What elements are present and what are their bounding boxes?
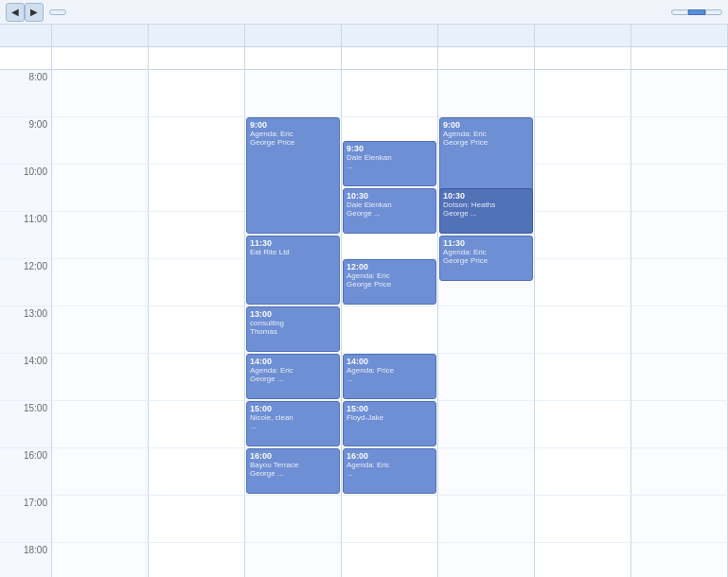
month-view-button[interactable]	[671, 9, 688, 15]
event-8[interactable]: 13:00consultingThomas	[246, 306, 340, 352]
event-2[interactable]: 10:30Dale ElenkanGeorge ...	[343, 188, 436, 234]
time-cell-day1-hour0[interactable]	[149, 70, 245, 117]
event-1[interactable]: 9:30Dale Elenkan...	[343, 141, 436, 186]
time-cell-day0-hour2[interactable]	[52, 165, 149, 212]
allday-row	[0, 47, 728, 70]
time-cell-day3-hour10[interactable]	[342, 543, 438, 577]
time-cell-day5-hour6[interactable]	[535, 354, 631, 401]
day-view-button[interactable]	[705, 9, 722, 15]
calendar-body: 8:009:0010:0011:0012:0013:0014:0015:0016…	[0, 25, 728, 577]
time-cell-day5-hour3[interactable]	[535, 212, 631, 259]
time-cell-day4-hour6[interactable]	[438, 354, 535, 401]
event-10[interactable]: 14:00Agenda: Price...	[343, 354, 436, 399]
time-cell-day6-hour9[interactable]	[631, 496, 728, 543]
time-label-8: 16:00	[0, 448, 52, 496]
event-6[interactable]: 11:30Agenda: EricGeorge Price	[439, 236, 533, 281]
allday-cell-1	[149, 47, 245, 69]
time-cell-day0-hour3[interactable]	[52, 212, 149, 259]
allday-cell-3	[342, 47, 438, 69]
time-cell-day3-hour5[interactable]	[342, 306, 438, 354]
time-cell-day5-hour5[interactable]	[535, 306, 631, 354]
time-label-3: 11:00	[0, 212, 52, 259]
week-view-button[interactable]	[688, 9, 705, 15]
time-cell-day6-hour5[interactable]	[631, 306, 728, 354]
time-cell-day5-hour9[interactable]	[535, 496, 631, 543]
time-cell-day5-hour8[interactable]	[535, 448, 631, 496]
time-cell-day5-hour1[interactable]	[535, 117, 631, 165]
allday-cell-2	[245, 47, 342, 69]
today-button[interactable]	[49, 9, 66, 15]
time-cell-day6-hour2[interactable]	[631, 165, 728, 212]
time-cell-day0-hour9[interactable]	[52, 496, 149, 543]
event-7[interactable]: 12:00Agenda: EricGeorge Price	[343, 259, 436, 305]
day-header-1	[149, 25, 245, 46]
time-cell-day0-hour1[interactable]	[52, 117, 149, 165]
time-cell-day6-hour3[interactable]	[631, 212, 728, 259]
time-cell-day0-hour10[interactable]	[52, 543, 149, 577]
time-cell-day1-hour5[interactable]	[149, 306, 245, 354]
time-cell-day4-hour0[interactable]	[438, 70, 535, 117]
time-label-2: 10:00	[0, 165, 52, 212]
time-label-9: 17:00	[0, 496, 52, 543]
time-cell-day1-hour9[interactable]	[149, 496, 245, 543]
event-12[interactable]: 15:00Floyd-Jake	[343, 401, 436, 446]
time-cell-day4-hour8[interactable]	[438, 448, 535, 496]
event-5[interactable]: 11:30Eat Rite Ltd	[246, 236, 340, 305]
day-header-0	[52, 25, 149, 46]
allday-label	[0, 47, 52, 69]
event-14[interactable]: 16:00Agenda: Eric...	[343, 448, 436, 494]
time-cell-day1-hour1[interactable]	[149, 117, 245, 165]
prev-button[interactable]: ◀	[6, 3, 25, 22]
time-label-4: 12:00	[0, 259, 52, 306]
day-header-6	[631, 25, 728, 46]
event-9[interactable]: 14:00Agenda: EricGeorge ...	[246, 354, 340, 399]
event-11[interactable]: 15:00Nicole, clean...	[246, 401, 340, 446]
time-grid-wrapper[interactable]: 8:009:0010:0011:0012:0013:0014:0015:0016…	[0, 70, 728, 577]
time-cell-day1-hour7[interactable]	[149, 401, 245, 448]
time-cell-day6-hour10[interactable]	[631, 543, 728, 577]
time-cell-day6-hour7[interactable]	[631, 401, 728, 448]
time-cell-day5-hour2[interactable]	[535, 165, 631, 212]
time-cell-day5-hour7[interactable]	[535, 401, 631, 448]
time-cell-day5-hour10[interactable]	[535, 543, 631, 577]
allday-cell-4	[438, 47, 535, 69]
event-4[interactable]: 10:30Dotson: HeathsGeorge ...	[439, 188, 533, 234]
time-cell-day0-hour8[interactable]	[52, 448, 149, 496]
event-0[interactable]: 9:00Agenda: EricGeorge Price	[246, 117, 340, 234]
time-cell-day1-hour2[interactable]	[149, 165, 245, 212]
time-label-7: 15:00	[0, 401, 52, 448]
time-cell-day1-hour10[interactable]	[149, 543, 245, 577]
allday-cell-5	[535, 47, 631, 69]
day-header-3	[342, 25, 438, 46]
time-cell-day3-hour9[interactable]	[342, 496, 438, 543]
time-cell-day4-hour10[interactable]	[438, 543, 535, 577]
time-cell-day1-hour4[interactable]	[149, 259, 245, 306]
time-cell-day1-hour8[interactable]	[149, 448, 245, 496]
day-header-4	[438, 25, 535, 46]
time-cell-day0-hour0[interactable]	[52, 70, 149, 117]
time-cell-day6-hour0[interactable]	[631, 70, 728, 117]
next-button[interactable]: ▶	[25, 3, 44, 22]
time-cell-day2-hour10[interactable]	[245, 543, 342, 577]
time-cell-day4-hour7[interactable]	[438, 401, 535, 448]
time-cell-day6-hour6[interactable]	[631, 354, 728, 401]
time-cell-day3-hour0[interactable]	[342, 70, 438, 117]
time-cell-day0-hour7[interactable]	[52, 401, 149, 448]
time-cell-day6-hour8[interactable]	[631, 448, 728, 496]
time-cell-day4-hour9[interactable]	[438, 496, 535, 543]
time-cell-day5-hour0[interactable]	[535, 70, 631, 117]
day-header-2	[245, 25, 342, 46]
time-cell-day0-hour4[interactable]	[52, 259, 149, 306]
time-cell-day6-hour1[interactable]	[631, 117, 728, 165]
time-cell-day2-hour9[interactable]	[245, 496, 342, 543]
allday-cell-6	[631, 47, 728, 69]
time-cell-day4-hour5[interactable]	[438, 306, 535, 354]
time-cell-day0-hour5[interactable]	[52, 306, 149, 354]
time-cell-day5-hour4[interactable]	[535, 259, 631, 306]
time-cell-day1-hour3[interactable]	[149, 212, 245, 259]
time-cell-day2-hour0[interactable]	[245, 70, 342, 117]
event-13[interactable]: 16:00Bayou TerraceGeorge ...	[246, 448, 340, 494]
time-cell-day6-hour4[interactable]	[631, 259, 728, 306]
time-cell-day1-hour6[interactable]	[149, 354, 245, 401]
time-cell-day0-hour6[interactable]	[52, 354, 149, 401]
